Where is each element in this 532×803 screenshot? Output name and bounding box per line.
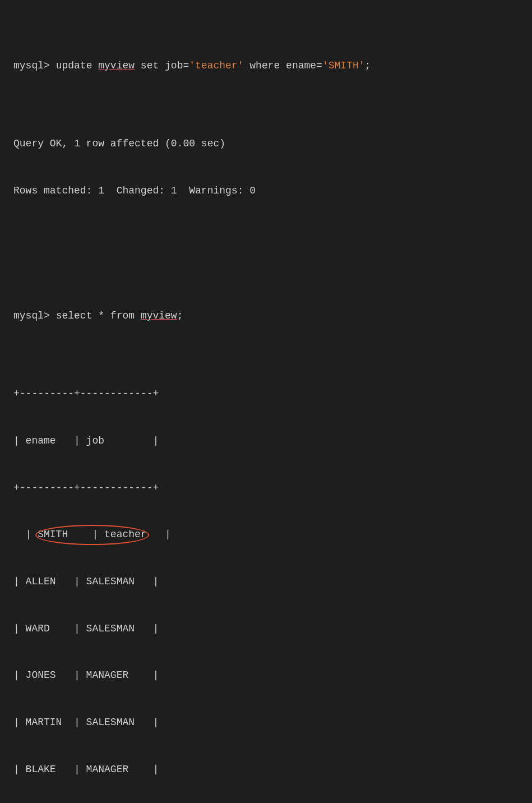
table1-row-jones: | JONES | MANAGER | [13,668,519,684]
rows-matched-line: Rows matched: 1 Changed: 1 Warnings: 0 [13,183,519,199]
select-star-cmd: select * from [56,310,141,321]
table1-header: | ename | job | [13,433,519,449]
table1-row-blake: | BLAKE | MANAGER | [13,762,519,778]
update-command-line: mysql> update myview set job='teacher' w… [13,58,519,74]
terminal-window: mysql> update myview set job='teacher' w… [13,11,519,512]
myview-ref-1: myview [98,60,135,71]
mysql-prompt-2: mysql> [13,310,56,321]
pipe-before-1: | [26,529,38,540]
smith-value: 'SMITH' [322,60,365,71]
table1-row-allen: | ALLEN | SALESMAN | [13,574,519,590]
set-clause: set job= [135,60,189,71]
blank-line-1 [13,230,519,246]
mysql-prompt-1: mysql> [13,60,56,71]
myview-ref-2: myview [141,310,177,321]
table1-row-martin: | MARTIN | SALESMAN | [13,715,519,731]
where-clause: where ename= [244,60,322,71]
query-ok-line: Query OK, 1 row affected (0.00 sec) [13,136,519,152]
table1-header-sep: +---------+------------+ [13,481,519,496]
terminal-table1-body: | ALLEN | SALESMAN | | WARD | SALESMAN |… [13,543,519,803]
table1-row-ward: | WARD | SALESMAN | [13,621,519,637]
update-keyword: update [56,60,99,71]
table1-top-sep: +---------+------------+ [13,386,519,402]
semicolon-1: ; [365,60,371,71]
semicolon-2: ; [177,310,183,321]
pipe-after-1: | [147,529,171,540]
teacher-value: 'teacher' [189,60,243,71]
select-myview-line: mysql> select * from myview; [13,308,519,324]
table1-smith-row-container: | SMITH | teacher | [13,512,519,543]
table1-smith-oval: SMITH | teacher [38,527,146,543]
